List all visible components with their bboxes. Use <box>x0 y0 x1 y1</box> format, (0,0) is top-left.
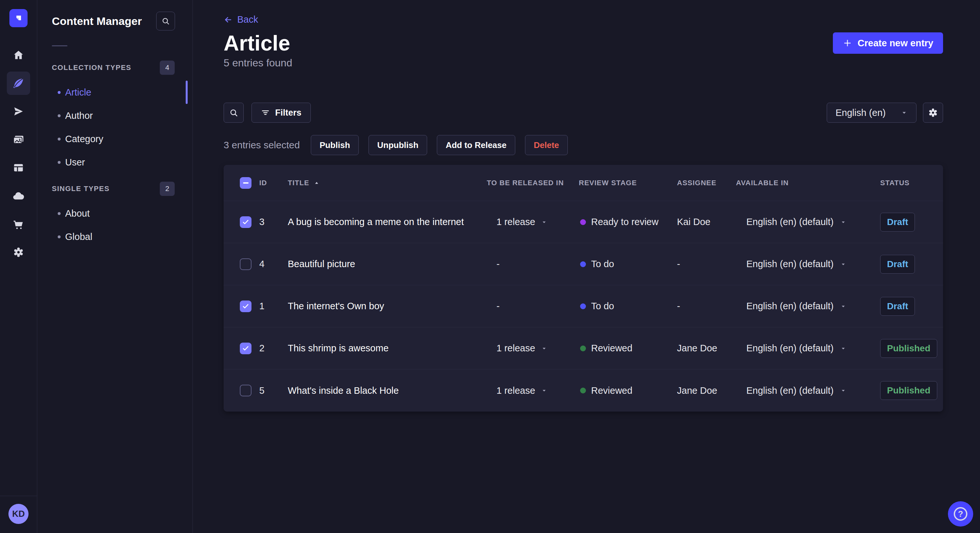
rail-item-cloud[interactable] <box>7 184 30 208</box>
table-row[interactable]: 2This shrimp is awesome1 releaseReviewed… <box>224 327 943 370</box>
cloud-icon <box>12 190 25 202</box>
column-header-release[interactable]: TO BE RELEASED IN <box>487 179 579 187</box>
table-row[interactable]: 4Beautiful picture-To do-English (en) (d… <box>224 243 943 285</box>
list-settings-button[interactable] <box>923 103 943 123</box>
subnav-item-author[interactable]: Author <box>37 104 192 127</box>
status-badge: Published <box>880 339 937 358</box>
row-locale: English (en) (default) <box>746 301 834 311</box>
subnav-search-button[interactable] <box>156 12 175 30</box>
row-assignee: Jane Doe <box>677 385 736 396</box>
row-title[interactable]: What's inside a Black Hole <box>288 385 487 396</box>
column-header-title[interactable]: TITLE <box>288 179 487 187</box>
rail-item-layout[interactable] <box>7 156 30 179</box>
strapi-logo[interactable] <box>10 9 27 27</box>
subnav-item-category[interactable]: Category <box>37 127 192 151</box>
subnav-item-global[interactable]: Global <box>37 225 192 248</box>
column-header-available[interactable]: AVAILABLE IN <box>736 179 880 187</box>
bulk-action-buttons: PublishUnpublishAdd to ReleaseDelete <box>311 135 568 155</box>
table-header-row: ID TITLE TO BE RELEASED IN REVIEW STAGE … <box>224 165 943 201</box>
subnav-item-label: Article <box>65 87 91 98</box>
section-count-badge: 2 <box>160 182 175 196</box>
subnav-item-label: Global <box>65 232 92 242</box>
row-title[interactable]: Beautiful picture <box>288 259 487 270</box>
chevron-down-icon[interactable] <box>840 345 846 352</box>
section-head: SINGLE TYPES2 <box>37 182 192 196</box>
row-checkbox[interactable] <box>240 259 251 270</box>
table-row[interactable]: 5What's inside a Black Hole1 releaseRevi… <box>224 370 943 412</box>
sort-ascending-icon <box>313 179 320 187</box>
unpublish-button[interactable]: Unpublish <box>369 135 427 155</box>
stage-dot-icon <box>580 388 586 393</box>
row-locale: English (en) (default) <box>746 217 834 227</box>
cart-icon <box>13 218 24 230</box>
subnav-item-label: Author <box>65 110 93 121</box>
back-label: Back <box>237 14 258 25</box>
search-entries-button[interactable] <box>224 103 244 123</box>
rail-item-feather[interactable] <box>7 71 30 95</box>
rail-item-paper-plane[interactable] <box>7 100 30 123</box>
rail-item-home[interactable] <box>7 43 30 67</box>
user-avatar[interactable]: KD <box>8 504 29 524</box>
rail-item-gear[interactable] <box>7 241 30 264</box>
row-release: 1 release <box>496 385 535 396</box>
select-all-checkbox[interactable] <box>240 177 251 189</box>
row-stage: To do <box>591 259 614 270</box>
locale-select[interactable]: English (en) <box>827 103 916 123</box>
row-title[interactable]: The internet's Own boy <box>288 301 487 311</box>
rail-item-cart[interactable] <box>7 213 30 236</box>
row-id: 1 <box>259 301 288 311</box>
filters-button[interactable]: Filters <box>251 103 311 123</box>
column-header-id[interactable]: ID <box>259 179 288 187</box>
back-link[interactable]: Back <box>224 14 258 25</box>
row-id: 5 <box>259 385 288 396</box>
subnav-item-user[interactable]: User <box>37 151 192 174</box>
row-release: - <box>496 301 500 311</box>
subnav-header: Content Manager <box>37 0 192 30</box>
table-row[interactable]: 3A bug is becoming a meme on the interne… <box>224 201 943 243</box>
chevron-down-icon[interactable] <box>840 387 846 394</box>
subnav-item-about[interactable]: About <box>37 202 192 225</box>
entries-count-subtitle: 5 entries found <box>224 57 943 69</box>
chevron-down-icon[interactable] <box>840 261 846 268</box>
publish-button[interactable]: Publish <box>311 135 359 155</box>
row-checkbox[interactable] <box>240 216 251 228</box>
row-id: 3 <box>259 217 288 227</box>
column-header-assignee[interactable]: ASSIGNEE <box>677 179 736 187</box>
bullet-icon <box>58 91 60 94</box>
chevron-down-icon[interactable] <box>541 387 547 394</box>
indeterminate-dash-icon <box>243 182 248 184</box>
delete-button[interactable]: Delete <box>525 135 568 155</box>
create-new-entry-label: Create new entry <box>858 38 933 49</box>
help-button[interactable]: ? <box>948 501 973 527</box>
rail-item-media-gallery[interactable] <box>7 128 30 151</box>
chevron-down-icon[interactable] <box>840 303 846 309</box>
row-title[interactable]: A bug is becoming a meme on the internet <box>288 217 487 227</box>
filter-icon <box>261 108 270 117</box>
list-toolbar: Filters English (en) <box>224 103 943 123</box>
row-title[interactable]: This shrimp is awesome <box>288 343 487 354</box>
column-header-status[interactable]: STATUS <box>880 179 943 187</box>
main-content: Back Article Create new entry 5 entries … <box>193 0 980 533</box>
chevron-down-icon[interactable] <box>541 345 547 352</box>
column-header-stage[interactable]: REVIEW STAGE <box>579 179 677 187</box>
bullet-icon <box>58 114 60 117</box>
bulk-actions-bar: 3 entries selected PublishUnpublishAdd t… <box>224 135 943 155</box>
subnav-item-label: User <box>65 157 85 168</box>
subnav-section: SINGLE TYPES2AboutGlobal <box>37 182 192 248</box>
create-new-entry-button[interactable]: Create new entry <box>833 32 943 54</box>
row-checkbox[interactable] <box>240 300 251 312</box>
stage-dot-icon <box>580 261 586 267</box>
row-locale: English (en) (default) <box>746 343 834 354</box>
chevron-down-icon[interactable] <box>541 219 547 225</box>
add-to-release-button[interactable]: Add to Release <box>437 135 515 155</box>
section-label: COLLECTION TYPES <box>52 63 131 72</box>
stage-dot-icon <box>580 303 586 309</box>
bullet-icon <box>58 212 60 215</box>
chevron-down-icon[interactable] <box>840 219 846 225</box>
table-row[interactable]: 1The internet's Own boy-To do-English (e… <box>224 285 943 327</box>
bullet-icon <box>58 235 60 238</box>
subnav-item-article[interactable]: Article <box>37 81 192 104</box>
row-checkbox[interactable] <box>240 385 251 397</box>
row-checkbox[interactable] <box>240 343 251 354</box>
gear-icon <box>928 108 938 118</box>
